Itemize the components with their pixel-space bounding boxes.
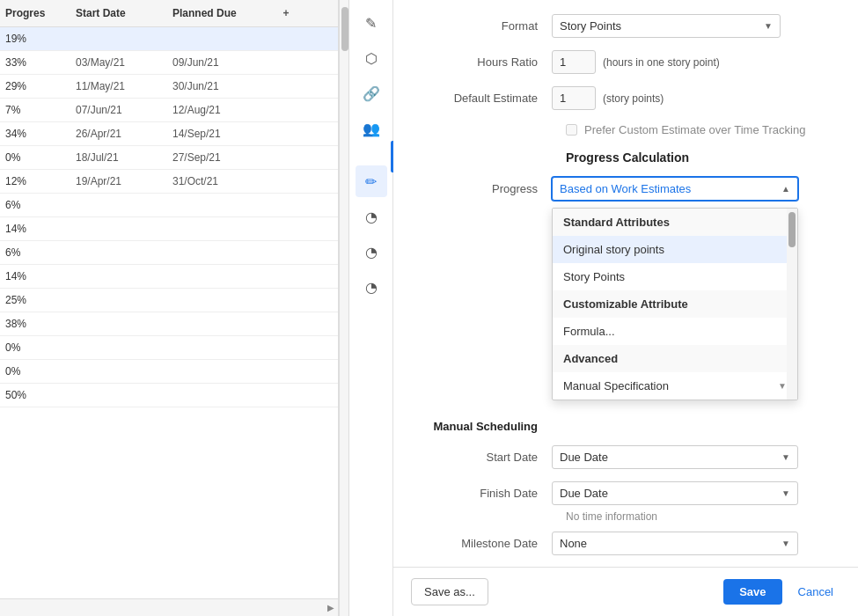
pen-settings-button[interactable]: ✏ <box>356 165 387 197</box>
default-estimate-label: Default Estimate <box>411 92 552 105</box>
chevron-down-icon: ▼ <box>764 21 773 31</box>
format-select[interactable]: Story Points ▼ <box>552 14 781 38</box>
chart3-button[interactable]: ◔ <box>356 271 387 303</box>
cell-start <box>70 194 167 216</box>
cell-due <box>167 336 273 359</box>
table-row[interactable]: 14% <box>0 217 338 241</box>
cell-start: 11/May/21 <box>70 75 167 98</box>
dropdown-item-original-story-points[interactable]: Original story points <box>553 236 797 263</box>
table-row[interactable]: 0% 18/Jul/21 27/Sep/21 <box>0 146 338 170</box>
table-scroll-thumb <box>341 7 348 51</box>
cell-start <box>70 384 167 407</box>
default-estimate-control: (story points) <box>552 86 664 110</box>
hours-ratio-label: Hours Ratio <box>411 55 552 69</box>
dropdown-scroll-thumb <box>788 212 796 247</box>
cell-start <box>70 265 167 288</box>
cell-progress: 34% <box>0 122 70 145</box>
dropdown-header-standard: Standard Attributes <box>553 209 797 236</box>
table-row[interactable]: 25% <box>0 289 338 312</box>
cell-progress: 0% <box>0 336 70 359</box>
users-button[interactable]: 👥 <box>356 113 387 144</box>
table-row[interactable]: 34% 26/Apr/21 14/Sep/21 <box>0 122 338 146</box>
cell-progress: 19% <box>0 27 70 50</box>
cell-start: 03/May/21 <box>70 51 167 74</box>
chevron-down-icon: ▼ <box>781 539 790 548</box>
settings-panel: Format Story Points ▼ Hours Ratio (hours… <box>393 0 858 616</box>
table-row[interactable]: 0% <box>0 360 338 384</box>
footer: Save as... Save Cancel <box>393 567 858 616</box>
table-row[interactable]: 38% <box>0 312 338 336</box>
dropdown-header-advanced: Advanced <box>553 345 797 372</box>
table-scrollbar[interactable] <box>339 0 349 616</box>
cell-progress: 29% <box>0 75 70 98</box>
save-button[interactable]: Save <box>723 579 781 605</box>
cell-progress: 0% <box>0 360 70 383</box>
milestone-date-label: Milestone Date <box>411 537 552 550</box>
milestone-date-value: None <box>560 537 587 550</box>
dropdown-item-manual-spec[interactable]: Manual Specification ▼ <box>553 372 797 400</box>
edit-view-button[interactable]: ✎ <box>356 7 387 39</box>
finish-date-row: Finish Date Due Date ▼ <box>411 481 840 505</box>
start-date-label: Start Date <box>411 451 552 464</box>
share-button[interactable]: ⬡ <box>356 42 387 74</box>
dropdown-scroll-chevron: ▼ <box>778 381 787 391</box>
link-button[interactable]: 🔗 <box>356 77 387 109</box>
cell-due <box>167 27 273 50</box>
milestone-date-row: Milestone Date None ▼ <box>411 532 840 555</box>
finish-date-select[interactable]: Due Date ▼ <box>552 481 798 505</box>
dropdown-item-story-points[interactable]: Story Points <box>553 263 797 290</box>
cell-start <box>70 241 167 264</box>
share-icon: ⬡ <box>365 50 378 67</box>
chart2-button[interactable]: ◔ <box>356 236 387 268</box>
prefer-custom-row: Prefer Custom Estimate over Time Trackin… <box>411 122 840 138</box>
format-row: Format Story Points ▼ <box>411 14 840 38</box>
start-date-control: Due Date ▼ <box>552 445 798 469</box>
table-row[interactable]: 14% <box>0 265 338 289</box>
table-row[interactable]: 19% <box>0 27 338 51</box>
progress-label: Progress <box>411 177 552 195</box>
finish-date-label: Finish Date <box>411 487 552 500</box>
icon-sidebar: ✎ ⬡ 🔗 👥 ✏ ◔ ◔ ◔ <box>349 0 393 616</box>
cell-progress: 25% <box>0 289 70 312</box>
progress-section-title: Progress Calculation <box>411 150 840 165</box>
chart1-button[interactable]: ◔ <box>356 201 387 232</box>
save-as-button[interactable]: Save as... <box>411 578 488 605</box>
dropdown-item-formula[interactable]: Formula... <box>553 318 797 345</box>
prefer-custom-checkbox[interactable] <box>566 124 577 136</box>
format-label: Format <box>411 19 552 33</box>
cell-start: 07/Jun/21 <box>70 99 167 121</box>
table-row[interactable]: 6% <box>0 241 338 265</box>
chevron-down-icon: ▼ <box>781 488 790 498</box>
table-body: 19% 33% 03/May/21 09/Jun/21 29% 11/May/2… <box>0 27 338 598</box>
table-row[interactable]: 33% 03/May/21 09/Jun/21 <box>0 51 338 75</box>
progress-select[interactable]: Based on Work Estimates ▲ <box>552 177 798 201</box>
cell-due: 12/Aug/21 <box>167 99 273 121</box>
default-estimate-hint: (story points) <box>603 92 664 105</box>
cell-due: 09/Jun/21 <box>167 51 273 74</box>
cell-start <box>70 336 167 359</box>
add-column-button[interactable]: + <box>273 0 299 26</box>
milestone-date-select[interactable]: None ▼ <box>552 532 798 555</box>
table-row[interactable]: 29% 11/May/21 30/Jun/21 <box>0 75 338 99</box>
chart1-icon: ◔ <box>365 209 378 225</box>
cell-start: 18/Jul/21 <box>70 146 167 169</box>
hours-ratio-row: Hours Ratio (hours in one story point) <box>411 50 840 74</box>
manual-scheduling-row: Manual Scheduling <box>411 420 840 433</box>
col-header-start: Start Date <box>70 0 167 26</box>
default-estimate-input[interactable] <box>552 86 596 110</box>
table-row[interactable]: 50% <box>0 384 338 407</box>
users-icon: 👥 <box>363 121 380 137</box>
cell-due <box>167 289 273 312</box>
dropdown-scrollbar[interactable] <box>787 209 797 400</box>
cancel-button[interactable]: Cancel <box>791 579 840 605</box>
table-row[interactable]: 0% <box>0 336 338 360</box>
start-date-select[interactable]: Due Date ▼ <box>552 445 798 469</box>
link-icon: 🔗 <box>363 85 380 102</box>
table-row[interactable]: 6% <box>0 194 338 217</box>
table-row[interactable]: 12% 19/Apr/21 31/Oct/21 <box>0 170 338 194</box>
chevron-up-icon: ▲ <box>781 184 790 194</box>
cell-due: 30/Jun/21 <box>167 75 273 98</box>
table-row[interactable]: 7% 07/Jun/21 12/Aug/21 <box>0 99 338 122</box>
cell-start <box>70 27 167 50</box>
hours-ratio-input[interactable] <box>552 50 596 74</box>
